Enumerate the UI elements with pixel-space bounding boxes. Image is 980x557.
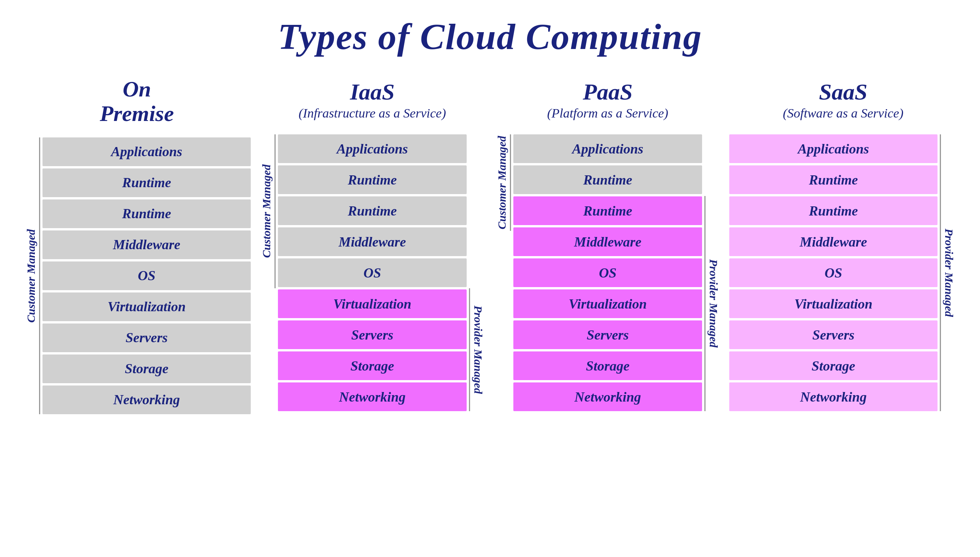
iaas-rows: Customer Managed Applications Runtime Ru…	[258, 134, 486, 411]
saas-row-virtualization: Virtualization	[729, 289, 938, 318]
on-premise-rows: Customer Managed Applications Runtime Ru…	[23, 137, 251, 414]
iaas-row-servers: Servers	[278, 320, 467, 349]
paas-provider-label: Provider Managed	[706, 196, 722, 411]
saas-provider-label: Provider Managed	[941, 134, 957, 411]
saas-provider-bracket: Provider Managed	[940, 134, 957, 411]
saas-row-os: OS	[729, 258, 938, 287]
col-title-saas: SaaS	[819, 79, 867, 105]
saas-row-servers: Servers	[729, 320, 938, 349]
col-header-saas: SaaS (Software as a Service)	[783, 77, 903, 123]
row-virtualization: Virtualization	[42, 292, 251, 321]
row-networking: Networking	[42, 385, 251, 414]
paas-customer-line	[510, 134, 511, 231]
paas-provider-bracket: Provider Managed	[704, 134, 722, 411]
paas-stack: Applications Runtime Runtime Middleware …	[513, 134, 702, 411]
paas-row-os: OS	[513, 258, 702, 287]
column-paas: PaaS (Platform as a Service) Customer Ma…	[494, 77, 722, 411]
iaas-row-storage: Storage	[278, 351, 467, 380]
iaas-row-runtime-1: Runtime	[278, 165, 467, 194]
saas-row-middleware: Middleware	[729, 227, 938, 256]
iaas-customer-bracket: Customer Managed	[258, 134, 276, 411]
col-header-iaas: IaaS (Infrastructure as a Service)	[299, 77, 446, 123]
saas-row-storage: Storage	[729, 351, 938, 380]
paas-row-virtualization: Virtualization	[513, 289, 702, 318]
iaas-row-virtualization: Virtualization	[278, 289, 467, 318]
saas-stack: Applications Runtime Runtime Middleware …	[729, 134, 938, 411]
paas-row-servers: Servers	[513, 320, 702, 349]
col-subtitle-saas: (Software as a Service)	[783, 106, 903, 121]
saas-row-runtime-1: Runtime	[729, 165, 938, 194]
iaas-customer-line	[274, 134, 276, 288]
paas-row-runtime-2: Runtime	[513, 196, 702, 225]
row-runtime-2: Runtime	[42, 199, 251, 228]
on-premise-customer-bracket: Customer Managed	[23, 137, 40, 414]
paas-row-applications: Applications	[513, 134, 702, 163]
on-premise-customer-line	[39, 137, 40, 414]
diagram-container: OnPremise Customer Managed Applications …	[23, 77, 957, 414]
saas-row-applications: Applications	[729, 134, 938, 163]
row-os: OS	[42, 261, 251, 290]
iaas-row-os: OS	[278, 258, 467, 287]
saas-rows: Applications Runtime Runtime Middleware …	[729, 134, 957, 411]
col-title-paas: PaaS	[583, 79, 632, 105]
paas-customer-bracket: Customer Managed	[494, 134, 511, 411]
iaas-customer-label: Customer Managed	[258, 134, 274, 288]
iaas-provider-bracket: Provider Managed	[469, 134, 486, 411]
iaas-stack: Applications Runtime Runtime Middleware …	[278, 134, 467, 411]
column-on-premise: OnPremise Customer Managed Applications …	[23, 77, 251, 414]
paas-row-storage: Storage	[513, 351, 702, 380]
row-storage: Storage	[42, 354, 251, 383]
col-header-paas: PaaS (Platform as a Service)	[547, 77, 668, 123]
paas-row-runtime-1: Runtime	[513, 165, 702, 194]
paas-rows: Customer Managed Applications Runtime Ru…	[494, 134, 722, 411]
col-title-iaas: IaaS	[350, 79, 395, 105]
iaas-row-runtime-2: Runtime	[278, 196, 467, 225]
paas-row-middleware: Middleware	[513, 227, 702, 256]
col-subtitle-iaas: (Infrastructure as a Service)	[299, 106, 446, 121]
iaas-provider-label: Provider Managed	[470, 288, 486, 411]
on-premise-customer-label: Customer Managed	[23, 137, 39, 414]
saas-row-runtime-2: Runtime	[729, 196, 938, 225]
saas-row-networking: Networking	[729, 382, 938, 411]
row-runtime-1: Runtime	[42, 168, 251, 197]
on-premise-stack: Applications Runtime Runtime Middleware …	[42, 137, 251, 414]
column-iaas: IaaS (Infrastructure as a Service) Custo…	[258, 77, 486, 411]
paas-row-networking: Networking	[513, 382, 702, 411]
col-subtitle-paas: (Platform as a Service)	[547, 106, 668, 121]
iaas-row-applications: Applications	[278, 134, 467, 163]
row-servers: Servers	[42, 323, 251, 352]
iaas-row-middleware: Middleware	[278, 227, 467, 256]
page-title: Types of Cloud Computing	[278, 15, 702, 58]
col-header-on-premise: OnPremise	[100, 77, 174, 126]
row-applications: Applications	[42, 137, 251, 166]
col-title-on-premise: OnPremise	[100, 77, 174, 126]
iaas-row-networking: Networking	[278, 382, 467, 411]
paas-customer-label: Customer Managed	[494, 134, 510, 231]
column-saas: SaaS (Software as a Service) Application…	[729, 77, 957, 411]
row-middleware: Middleware	[42, 230, 251, 259]
